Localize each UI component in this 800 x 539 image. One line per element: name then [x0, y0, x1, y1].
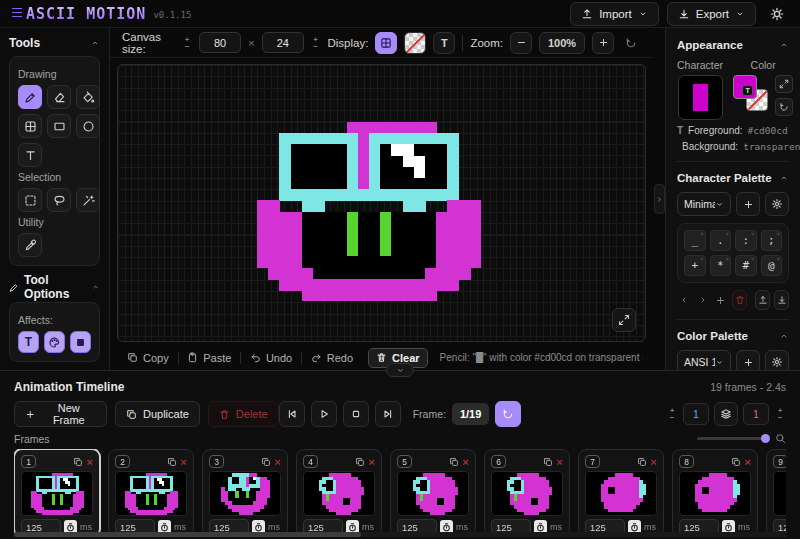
duplicate-frame-button[interactable]: Duplicate — [115, 401, 200, 427]
frame-number-badge[interactable]: 4 — [303, 455, 318, 468]
duplicate-frame-icon[interactable] — [449, 457, 459, 467]
duplicate-frame-icon[interactable] — [355, 457, 365, 467]
add-character-button[interactable] — [714, 290, 728, 310]
delete-frame-icon[interactable]: × — [745, 457, 751, 467]
paint-bucket-tool-button[interactable] — [76, 85, 100, 109]
eraser-tool-button[interactable] — [47, 85, 71, 109]
swap-colors-button[interactable] — [775, 75, 793, 93]
zoom-out-button[interactable] — [510, 32, 532, 54]
color-palette-header[interactable]: Color Palette — [677, 328, 789, 344]
slider-knob[interactable] — [761, 434, 770, 443]
duplicate-frame-icon[interactable] — [543, 457, 553, 467]
palette-character-button[interactable]: ; — [761, 230, 783, 251]
frame-number-badge[interactable]: 5 — [397, 455, 412, 468]
color-palette-settings-button[interactable] — [765, 350, 789, 370]
delete-frame-icon[interactable]: × — [651, 457, 657, 467]
canvas-width-input[interactable] — [199, 32, 241, 53]
frame-number-badge[interactable]: 2 — [115, 455, 130, 468]
frame-card[interactable]: 5 × ms — [390, 449, 476, 537]
eyedropper-tool-button[interactable] — [18, 233, 42, 257]
frame-number-badge[interactable]: 7 — [585, 455, 600, 468]
ellipse-tool-button[interactable] — [76, 114, 100, 138]
frame-thumbnail[interactable] — [679, 471, 751, 516]
onion-next-input[interactable] — [743, 403, 769, 425]
frame-thumbnail[interactable] — [773, 471, 786, 516]
delete-frame-icon[interactable]: × — [463, 457, 469, 467]
zoom-in-button[interactable] — [592, 32, 614, 54]
export-button[interactable]: Export — [667, 2, 756, 26]
palette-character-button[interactable]: _ — [684, 230, 706, 251]
frame-number-badge[interactable]: 8 — [679, 455, 694, 468]
fullscreen-canvas-button[interactable] — [612, 308, 636, 332]
undo-button[interactable]: Undo — [243, 348, 299, 368]
duplicate-frame-icon[interactable] — [261, 457, 271, 467]
frame-card[interactable]: 6 × ms — [484, 449, 570, 537]
canvas-height-input[interactable] — [262, 32, 304, 53]
import-button[interactable]: Import — [570, 2, 659, 26]
character-palette-header[interactable]: Character Palette — [677, 170, 789, 186]
palette-character-button[interactable]: @ — [761, 255, 783, 276]
delete-frame-icon[interactable]: × — [181, 457, 187, 467]
frame-number-badge[interactable]: 1 — [21, 455, 36, 468]
add-color-palette-button[interactable] — [736, 350, 760, 370]
affects-character-toggle[interactable]: T — [18, 331, 39, 353]
slider-track[interactable] — [697, 437, 769, 440]
drawing-canvas[interactable] — [117, 64, 646, 342]
duplicate-frame-icon[interactable] — [637, 457, 647, 467]
frame-thumbnail[interactable] — [303, 471, 375, 516]
onion-next-stepper[interactable]: +− — [774, 403, 786, 425]
delete-character-button[interactable] — [732, 290, 747, 310]
onion-skin-button[interactable] — [714, 402, 738, 426]
duplicate-frame-icon[interactable] — [731, 457, 741, 467]
magic-wand-tool-button[interactable] — [76, 188, 100, 212]
palette-character-button[interactable]: . — [710, 230, 732, 251]
frame-card[interactable]: 9 × ms — [766, 449, 786, 537]
frame-thumbnail[interactable] — [397, 471, 469, 516]
onion-prev-input[interactable] — [683, 403, 709, 425]
copy-button[interactable]: Copy — [120, 348, 176, 368]
palette-character-button[interactable]: + — [684, 255, 706, 276]
paste-button[interactable]: Paste — [180, 348, 238, 368]
skip-to-start-button[interactable] — [279, 401, 305, 427]
delete-frame-icon[interactable]: × — [275, 457, 281, 467]
collapse-right-panel-button[interactable] — [654, 184, 665, 214]
frame-number-badge[interactable]: 9 — [773, 455, 786, 468]
frame-card[interactable]: 4 × ms — [296, 449, 382, 537]
play-button[interactable] — [311, 401, 337, 427]
canvas-width-stepper[interactable]: +− — [182, 32, 192, 54]
frame-card[interactable]: 1 × ms — [14, 449, 100, 537]
frame-card[interactable]: 2 × ms — [108, 449, 194, 537]
frame-card[interactable]: 7 × ms — [578, 449, 664, 537]
frame-thumbnail[interactable] — [115, 471, 187, 516]
redo-button[interactable]: Redo — [304, 348, 360, 368]
onion-prev-stepper[interactable]: +− — [666, 403, 678, 425]
character-preview[interactable] — [678, 75, 723, 120]
frame-card[interactable]: 8 × ms — [672, 449, 758, 537]
palette-character-button[interactable]: : — [735, 230, 757, 251]
appearance-header[interactable]: Appearance — [677, 37, 789, 53]
stop-button[interactable] — [343, 401, 369, 427]
scrollbar-thumb[interactable] — [14, 532, 361, 537]
frame-number-badge[interactable]: 3 — [209, 455, 224, 468]
text-tool-button[interactable] — [18, 143, 42, 167]
affects-background-toggle[interactable] — [70, 331, 91, 353]
new-frame-button[interactable]: New Frame — [14, 401, 107, 427]
grid-toggle-button[interactable] — [375, 32, 397, 54]
pencil-tool-button[interactable] — [18, 85, 42, 109]
character-palette-settings-button[interactable] — [765, 192, 789, 216]
next-character-button[interactable] — [695, 290, 709, 310]
frame-thumbnail[interactable] — [21, 471, 93, 516]
frame-thumbnail[interactable] — [585, 471, 657, 516]
affects-color-toggle[interactable] — [44, 331, 65, 353]
select-rect-tool-button[interactable] — [18, 188, 42, 212]
tool-options-header[interactable]: Tool Options — [9, 278, 100, 296]
collapse-timeline-button[interactable] — [386, 363, 414, 377]
zoom-reset-button[interactable] — [621, 31, 641, 55]
frame-number-badge[interactable]: 6 — [491, 455, 506, 468]
tools-section-header[interactable]: Tools — [9, 36, 100, 50]
add-character-palette-button[interactable] — [736, 192, 760, 216]
color-palette-select[interactable]: ANSI 16-Col — [677, 350, 731, 370]
delete-frame-icon[interactable]: × — [87, 457, 93, 467]
character-palette-select[interactable]: Minimal ASC — [677, 192, 731, 216]
lasso-tool-button[interactable] — [47, 188, 71, 212]
